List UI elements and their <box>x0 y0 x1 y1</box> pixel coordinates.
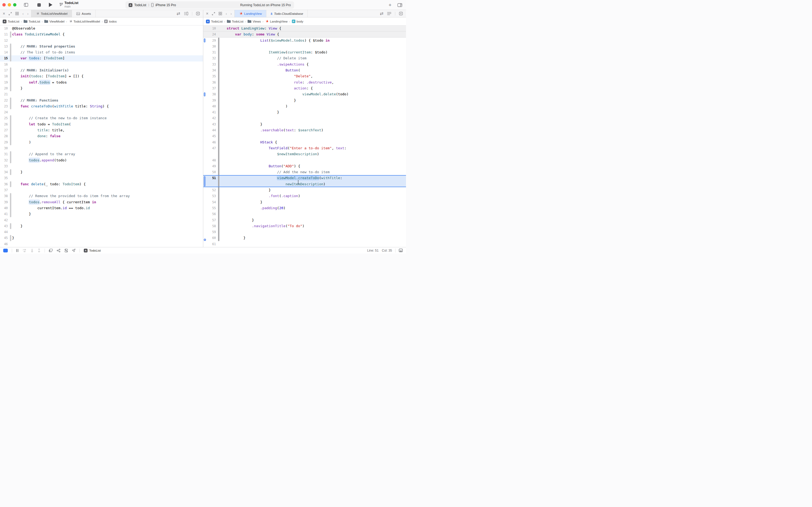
line-number[interactable]: 20 <box>0 86 9 91</box>
scheme-name[interactable]: TodoList <box>134 3 147 7</box>
line-number[interactable]: 32 <box>0 157 9 163</box>
code-line-47[interactable]: 47 TextField("Enter a to-do item", text: <box>203 145 406 151</box>
line-number[interactable]: 13 <box>0 44 9 49</box>
code-line-29[interactable]: 29 List($viewModel.todos) { $todo in <box>203 38 406 44</box>
tab-todo-clouddatabase[interactable]: ±Todo-CloudDatabase <box>267 10 308 17</box>
sticky-code-line-10[interactable]: 10struct LandingView: View { <box>203 25 406 32</box>
code-line-56[interactable]: 56 <box>203 211 406 217</box>
line-number[interactable]: 24 <box>0 109 9 115</box>
code-line-10[interactable]: 10@Observable <box>0 25 203 32</box>
code-line-34[interactable]: 34 } <box>0 169 203 175</box>
code-line-17[interactable]: 17 // MARK: Initializer(s) <box>0 67 203 73</box>
scheme-bar[interactable]: A TodoList ⟩ iPhone 15 Pro Running TodoL… <box>125 1 294 9</box>
change-bar-marker[interactable] <box>204 39 206 43</box>
breadcrumb-item-landingview[interactable]: LandingView <box>265 19 288 23</box>
back-icon[interactable]: ‹ <box>22 11 23 15</box>
line-number[interactable]: 49 <box>203 163 217 169</box>
breadcrumb-item-todos[interactable]: Ptodos <box>104 19 117 23</box>
split-editor-icon[interactable] <box>399 12 403 15</box>
debug-area-toggle-icon[interactable] <box>3 249 8 252</box>
code-line-44[interactable]: 44 <box>0 229 203 235</box>
line-number[interactable]: 58 <box>203 223 217 229</box>
hide-debug-area-icon[interactable] <box>399 249 403 252</box>
breadcrumb-item-viewmodel[interactable]: ViewModel <box>44 20 64 23</box>
code-line-30[interactable]: 30 <box>203 44 406 49</box>
code-line-33[interactable]: 33 <box>0 163 203 169</box>
line-number[interactable]: 19 <box>0 79 9 86</box>
code-line-51[interactable]: 51 viewModel.createToDo(withTitle: <box>203 175 406 181</box>
code-line-18[interactable]: 18 init(todos: [TodoItem] = []) { <box>0 73 203 79</box>
code-line-14[interactable]: 14 // The list of to-do items <box>0 49 203 55</box>
code-line-13[interactable]: 13 // MARK: Stored properties <box>0 44 203 49</box>
line-number[interactable]: 21 <box>0 91 9 97</box>
line-number[interactable]: 59 <box>203 229 217 235</box>
line-number[interactable]: 31 <box>0 151 9 157</box>
line-number[interactable]: 24 <box>203 32 217 37</box>
breadcrumb-item-todolist[interactable]: TodoList <box>23 20 40 23</box>
line-number[interactable]: 54 <box>203 199 217 205</box>
code-line-60[interactable]: 60 } <box>203 235 406 241</box>
breadcrumb-item-todolist[interactable]: ATodoList <box>206 19 223 23</box>
line-number[interactable]: 16 <box>0 61 9 67</box>
code-line-31[interactable]: 31 ItemView(currentItem: $todo) <box>203 49 406 55</box>
code-line-54[interactable]: 54 } <box>203 199 406 205</box>
line-number[interactable]: 31 <box>203 49 217 55</box>
run-destination[interactable]: iPhone 15 Pro <box>156 3 176 7</box>
tab-assets[interactable]: Assets <box>72 10 96 17</box>
code-line-39[interactable]: 39 } <box>203 98 406 103</box>
line-number[interactable]: 37 <box>0 187 9 193</box>
code-line-37[interactable]: 37 action: { <box>203 86 406 91</box>
line-number[interactable]: 14 <box>0 49 9 55</box>
code-line-38[interactable]: 38 // Remove the provided to-do item fro… <box>0 193 203 199</box>
step-out-icon[interactable] <box>38 249 41 252</box>
line-number[interactable]: 37 <box>203 86 217 91</box>
line-number[interactable]: 33 <box>0 163 9 169</box>
line-number[interactable]: 28 <box>0 133 9 139</box>
line-number[interactable]: 56 <box>203 211 217 217</box>
line-number[interactable]: 48 <box>203 157 217 163</box>
swap-editor-icon[interactable]: ⇄ <box>177 11 180 16</box>
line-number[interactable]: 12 <box>0 38 9 44</box>
close-editor-icon[interactable]: × <box>206 11 209 16</box>
step-over-icon[interactable] <box>22 249 26 252</box>
related-items-icon[interactable] <box>219 12 222 15</box>
code-line-44[interactable]: 44 .searchable(text: $searchText) <box>203 127 406 133</box>
code-line-34[interactable]: 34 Button( <box>203 67 406 73</box>
editor-options-icon[interactable] <box>387 12 391 15</box>
code-line-28[interactable]: 28 done: false <box>0 133 203 139</box>
code-line-36[interactable]: 36 role: .destructive, <box>203 79 406 86</box>
code-line-40[interactable]: 40 currentItem.id == todo.id <box>0 205 203 211</box>
code-line-53[interactable]: 53 .font(.caption) <box>203 193 406 199</box>
code-line-50[interactable]: 50 // Add the new to-do item <box>203 169 406 175</box>
line-number[interactable]: 26 <box>0 121 9 127</box>
line-number[interactable]: 30 <box>203 44 217 49</box>
code-line-58[interactable]: 58 .navigationTitle("To do") <box>203 223 406 229</box>
close-editor-icon[interactable]: × <box>3 11 5 16</box>
code-line-12[interactable]: 12 <box>0 38 203 44</box>
line-number[interactable]: 30 <box>0 145 9 151</box>
tab-todolistviewmodel[interactable]: TodoListViewModel <box>31 10 72 17</box>
line-number[interactable]: 10 <box>0 25 9 32</box>
line-number[interactable]: 50 <box>203 169 217 175</box>
line-number[interactable]: 55 <box>203 205 217 211</box>
line-number[interactable]: 41 <box>0 211 9 217</box>
line-number[interactable]: 40 <box>0 205 9 211</box>
line-number[interactable]: 10 <box>203 25 217 31</box>
code-line-11[interactable]: 11class TodoListViewModel { <box>0 32 203 37</box>
code-line-55[interactable]: 55 .padding(20) <box>203 205 406 211</box>
line-number[interactable]: 35 <box>203 73 217 79</box>
line-number[interactable]: 40 <box>203 103 217 109</box>
line-number[interactable]: 46 <box>203 139 217 145</box>
code-line-35[interactable]: 35 "Delete", <box>203 73 406 79</box>
minimap-options-icon[interactable] <box>184 12 188 15</box>
breadcrumb-item-body[interactable]: Pbody <box>292 19 303 23</box>
line-number[interactable]: 23 <box>0 103 9 109</box>
step-into-icon[interactable] <box>31 249 34 252</box>
code-line-24[interactable]: 24 <box>0 109 203 115</box>
line-number[interactable]: 39 <box>203 98 217 103</box>
pause-execution-icon[interactable] <box>16 249 18 252</box>
swap-editor-icon[interactable]: ⇄ <box>380 11 384 16</box>
line-number[interactable]: 34 <box>203 67 217 73</box>
code-line-20[interactable]: 20 } <box>0 86 203 91</box>
code-line-35[interactable]: 35 <box>0 175 203 181</box>
